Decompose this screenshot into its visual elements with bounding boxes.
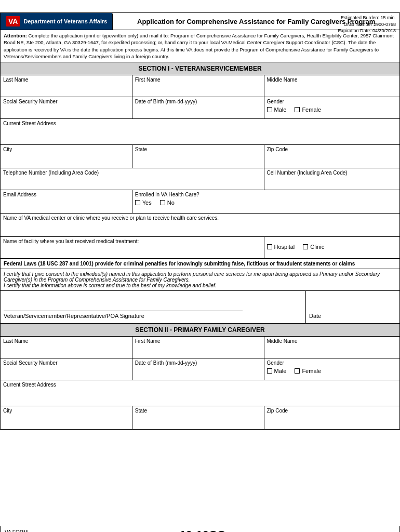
page: Estimated Burden: 15 min. OMB Number 290… xyxy=(0,12,400,532)
name-row: Last Name First Name Middle Name xyxy=(1,75,400,97)
female-label: Female xyxy=(302,107,321,113)
s2-address-label: Current Street Address xyxy=(3,382,397,388)
s2-gender-cell: Gender Male Female xyxy=(264,358,399,380)
telephone-cell: Telephone Number (Including Area Code) xyxy=(1,168,264,190)
s2-gender-options: Male Female xyxy=(267,368,397,374)
expiration-date: Expiration Date: 04/30/2018 xyxy=(338,28,396,34)
signature-area: Veteran/Servicemember/Representative/POA… xyxy=(0,291,400,324)
s2-middle-name-cell: Middle Name xyxy=(264,337,399,358)
s2-zip-label: Zip Code xyxy=(267,408,397,414)
last-name-value[interactable] xyxy=(3,84,129,95)
clinic-checkbox[interactable] xyxy=(303,244,308,249)
s2-gender-label: Gender xyxy=(267,360,397,366)
male-label: Male xyxy=(274,107,287,113)
zip-label: Zip Code xyxy=(267,147,397,152)
signature-label: Veteran/Servicemember/Representative/POA… xyxy=(4,313,144,319)
first-name-cell: First Name xyxy=(132,75,264,97)
s2-ssn-label: Social Security Number xyxy=(3,360,129,366)
s2-last-name-cell: Last Name xyxy=(1,337,132,358)
ssn-value[interactable] xyxy=(3,105,129,117)
dob-value[interactable] xyxy=(135,105,261,117)
s2-middle-name-value[interactable] xyxy=(267,345,397,356)
s2-city-cell: City xyxy=(1,406,132,430)
last-name-cell: Last Name xyxy=(1,75,132,97)
city-row: City State Zip Code xyxy=(1,145,400,168)
yes-checkbox[interactable] xyxy=(135,200,140,205)
s2-dob-value[interactable] xyxy=(135,367,261,378)
s2-state-value[interactable] xyxy=(135,415,261,426)
s2-city-value[interactable] xyxy=(3,415,129,426)
vamc-value[interactable] xyxy=(3,222,397,233)
male-option[interactable]: Male xyxy=(267,107,287,113)
s2-name-row: Last Name First Name Middle Name xyxy=(1,337,400,358)
gender-label: Gender xyxy=(267,99,397,104)
federal-notice: Federal Laws (18 USC 287 and 1001) provi… xyxy=(0,259,400,269)
footer-left: VA FORM April 2016 xyxy=(5,529,28,532)
s2-last-name-value[interactable] xyxy=(3,345,129,356)
s2-male-checkbox[interactable] xyxy=(267,368,272,374)
clinic-option[interactable]: Clinic xyxy=(303,244,324,250)
cell-value[interactable] xyxy=(267,177,397,188)
s2-male-option[interactable]: Male xyxy=(267,368,287,374)
s2-first-name-label: First Name xyxy=(135,338,261,344)
s2-last-name-label: Last Name xyxy=(3,338,129,344)
address-cell: Current Street Address xyxy=(1,119,400,145)
hospital-label: Hospital xyxy=(274,244,295,250)
s2-female-checkbox[interactable] xyxy=(295,368,300,374)
email-value[interactable] xyxy=(3,198,129,210)
vamc-label: Name of VA medical center or clinic wher… xyxy=(3,215,397,221)
federal-notice-bold: Federal Laws (18 USC 287 and 1001) provi… xyxy=(4,261,355,267)
state-label: State xyxy=(135,147,261,152)
first-name-value[interactable] xyxy=(135,84,261,95)
s2-address-row: Current Street Address xyxy=(1,380,400,406)
s2-ssn-cell: Social Security Number xyxy=(1,358,132,380)
s2-dob-label: Date of Birth (mm-dd-yyyy) xyxy=(135,360,261,366)
last-name-label: Last Name xyxy=(3,77,129,83)
city-value[interactable] xyxy=(3,153,129,165)
city-cell: City xyxy=(1,145,132,168)
email-row: Email Address Enrolled in VA Health Care… xyxy=(1,190,400,214)
va-form-label: VA FORM xyxy=(5,529,28,532)
va-logo-text: Department of Veterans Affairs xyxy=(23,18,107,24)
s2-address-value[interactable] xyxy=(3,389,397,400)
s2-zip-value[interactable] xyxy=(267,415,397,426)
zip-value[interactable] xyxy=(267,153,397,165)
s2-first-name-value[interactable] xyxy=(135,345,261,356)
state-value[interactable] xyxy=(135,153,261,165)
no-checkbox[interactable] xyxy=(160,200,165,205)
top-info: Estimated Burden: 15 min. OMB Number 290… xyxy=(338,15,396,34)
telephone-value[interactable] xyxy=(3,177,261,188)
male-checkbox[interactable] xyxy=(267,107,272,112)
no-option[interactable]: No xyxy=(160,200,175,206)
middle-name-value[interactable] xyxy=(267,84,397,95)
ssn-cell: Social Security Number xyxy=(1,97,132,119)
yes-label: Yes xyxy=(142,200,152,206)
hospital-option[interactable]: Hospital xyxy=(267,244,295,250)
enrolled-cell: Enrolled in VA Health Care? Yes No xyxy=(132,190,399,214)
s2-female-option[interactable]: Female xyxy=(295,368,321,374)
s2-city-label: City xyxy=(3,408,129,414)
gender-cell: Gender Male Female xyxy=(264,97,399,119)
estimated-burden: Estimated Burden: 15 min. xyxy=(338,15,396,21)
telephone-label: Telephone Number (Including Area Code) xyxy=(3,170,261,176)
s2-city-row: City State Zip Code xyxy=(1,406,400,430)
female-option[interactable]: Female xyxy=(295,107,321,113)
hospital-checkbox[interactable] xyxy=(267,244,272,249)
facility-value[interactable] xyxy=(3,245,261,257)
phone-row: Telephone Number (Including Area Code) C… xyxy=(1,168,400,190)
yes-option[interactable]: Yes xyxy=(135,200,152,206)
female-checkbox[interactable] xyxy=(295,107,300,112)
no-label: No xyxy=(167,200,175,206)
email-label: Email Address xyxy=(3,192,129,197)
ssn-label: Social Security Number xyxy=(3,99,129,104)
s2-ssn-value[interactable] xyxy=(3,367,129,378)
middle-name-cell: Middle Name xyxy=(264,75,399,97)
s2-male-label: Male xyxy=(274,368,287,374)
middle-name-label: Middle Name xyxy=(267,77,397,83)
vamc-cell: Name of VA medical center or clinic wher… xyxy=(1,214,400,237)
address-value[interactable] xyxy=(3,127,397,139)
cell-label: Cell Number (Including Area Code) xyxy=(267,170,397,176)
attention-label: Attention: xyxy=(4,33,27,38)
facility-cell: Name of facility where you last received… xyxy=(1,237,264,259)
ssn-row: Social Security Number Date of Birth (mm… xyxy=(1,97,400,119)
